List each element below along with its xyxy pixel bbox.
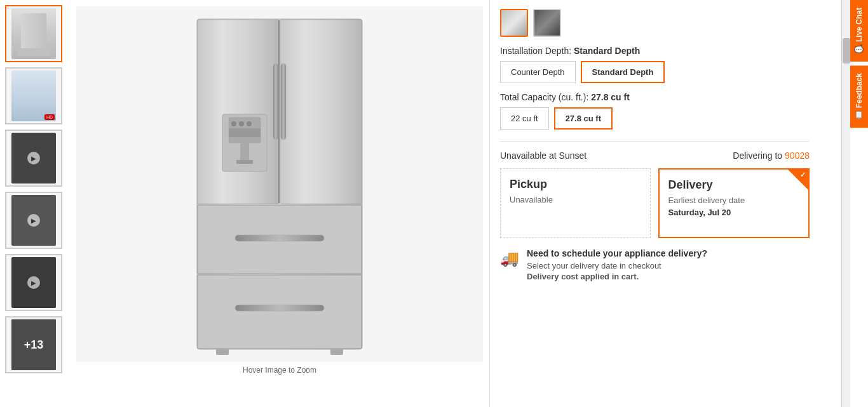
pickup-title: Pickup [510, 178, 641, 191]
schedule-delivery-row: 🚚 Need to schedule your appliance delive… [500, 248, 810, 283]
installation-depth-label: Installation Depth: Standard Depth [500, 46, 810, 56]
scrollbar-track[interactable] [841, 0, 850, 407]
main-image-area: LG [70, 0, 489, 407]
svg-point-9 [231, 121, 236, 126]
schedule-text: Need to schedule your appliance delivery… [527, 248, 707, 283]
capacity-label: Total Capacity (cu. ft.): 27.8 cu ft [500, 92, 810, 102]
delivery-earliest-label: Earliest delivery date [668, 196, 800, 205]
fridge-image: LG [159, 13, 400, 356]
svg-rect-13 [273, 63, 278, 140]
cap-27-btn[interactable]: 27.8 cu ft [554, 107, 613, 130]
availability-row: Unavailable at Sunset Delivering to 9002… [500, 150, 810, 161]
scrollbar-thumb[interactable] [843, 38, 850, 63]
capacity-selected: 27.8 cu ft [591, 92, 630, 102]
svg-rect-2 [198, 20, 279, 204]
capacity-options: 22 cu ft 27.8 cu ft [500, 107, 810, 130]
schedule-heading: Need to schedule your appliance delivery… [527, 248, 707, 258]
delivery-date: Saturday, Jul 20 [668, 208, 800, 217]
thumbnail-4[interactable]: ▶ [5, 192, 62, 249]
delivering-label-text: Delivering to [733, 150, 782, 161]
svg-rect-17 [198, 275, 362, 349]
thumbnail-sidebar: HD ▶ ▶ ▶ +13 [0, 0, 70, 407]
feedback-button[interactable]: 📋 Feedback [850, 65, 868, 128]
main-image-container[interactable]: LG [76, 6, 483, 362]
feedback-icon: 📋 [855, 110, 864, 120]
live-chat-label: Live Chat [855, 8, 864, 42]
svg-point-10 [239, 121, 244, 126]
installation-depth-text: Installation Depth: [500, 46, 571, 56]
schedule-body: Select your delivery date in checkout [527, 261, 707, 270]
zip-code-link[interactable]: 90028 [785, 150, 810, 161]
pickup-box[interactable]: Pickup Unavailable [500, 168, 651, 238]
standard-depth-btn[interactable]: Standard Depth [581, 61, 665, 83]
thumbnail-more[interactable]: +13 [5, 316, 62, 373]
more-badge: +13 [11, 319, 56, 370]
delivery-box[interactable]: Delivery Earliest delivery date Saturday… [658, 168, 810, 238]
svg-rect-19 [216, 349, 229, 355]
schedule-cost-bold: Delivery cost applied in cart. [527, 272, 639, 281]
svg-rect-7 [240, 143, 249, 162]
svg-rect-8 [236, 160, 253, 164]
svg-rect-3 [280, 20, 362, 204]
right-panel: Installation Depth: Standard Depth Count… [489, 0, 820, 407]
pickup-delivery-row: Pickup Unavailable Delivery Earliest del… [500, 168, 810, 238]
svg-rect-14 [281, 63, 286, 140]
feedback-label: Feedback [855, 73, 864, 108]
page-container: HD ▶ ▶ ▶ +13 [0, 0, 868, 407]
divider-1 [500, 141, 810, 142]
installation-depth-selected: Standard Depth [574, 46, 640, 56]
installation-depth-options: Counter Depth Standard Depth [500, 61, 810, 83]
svg-rect-20 [330, 349, 343, 355]
delivery-title: Delivery [668, 178, 800, 192]
live-chat-button[interactable]: 💬 Live Chat [850, 0, 868, 62]
swatch-graphite[interactable] [533, 9, 561, 37]
delivery-selected-indicator [788, 170, 808, 190]
color-swatch-row [500, 9, 810, 37]
truck-icon: 🚚 [500, 250, 519, 267]
schedule-cost: Delivery cost applied in cart. [527, 272, 707, 281]
chat-icon: 💬 [855, 44, 864, 54]
availability-delivering: Delivering to 90028 [733, 150, 810, 161]
thumbnail-2[interactable]: HD [5, 67, 62, 124]
svg-rect-12 [229, 128, 261, 137]
cap-22-btn[interactable]: 22 cu ft [500, 107, 549, 130]
availability-location: Unavailable at Sunset [500, 150, 587, 161]
svg-point-11 [247, 121, 252, 126]
thumbnail-3[interactable]: ▶ [5, 130, 62, 187]
hover-hint: Hover Image to Zoom [243, 366, 316, 375]
thumbnail-1[interactable] [5, 5, 62, 62]
swatch-silver[interactable] [500, 9, 528, 37]
live-chat-sidebar: 💬 Live Chat 📋 Feedback [850, 0, 868, 407]
thumbnail-5[interactable]: ▶ [5, 254, 62, 311]
counter-depth-btn[interactable]: Counter Depth [500, 61, 576, 83]
pickup-status: Unavailable [510, 195, 641, 204]
svg-rect-16 [235, 235, 324, 241]
hd-badge: HD [44, 114, 55, 120]
svg-rect-18 [235, 305, 324, 311]
capacity-text: Total Capacity (cu. ft.): [500, 92, 588, 102]
